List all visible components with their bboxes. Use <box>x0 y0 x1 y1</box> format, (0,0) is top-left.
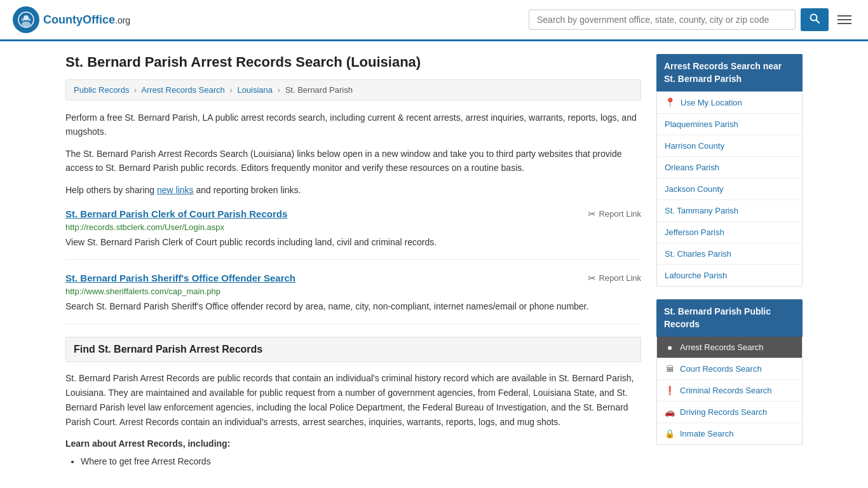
breadcrumb: Public Records › Arrest Records Search ›… <box>65 79 641 100</box>
nearby-link-3[interactable]: Jackson County <box>657 179 802 200</box>
pub-rec-item-3[interactable]: 🚗 Driving Records Search <box>657 402 802 423</box>
nearby-link-4[interactable]: St. Tammany Parish <box>657 200 802 222</box>
nearby-link-6[interactable]: St. Charles Parish <box>657 243 802 265</box>
description-3: Help others by sharing new links and rep… <box>65 183 641 197</box>
pub-rec-icon-2: ❗ <box>665 386 675 395</box>
description-2: The St. Bernard Parish Arrest Records Se… <box>65 147 641 175</box>
find-section-header: Find St. Bernard Parish Arrest Records <box>65 337 641 362</box>
record-2-desc: Search St. Bernard Parish Sheriff's Offi… <box>65 300 641 313</box>
breadcrumb-arrest-records[interactable]: Arrest Records Search <box>141 85 225 95</box>
report-label-2: Report Link <box>599 273 641 283</box>
description-1: Perform a free St. Bernard Parish, LA pu… <box>65 111 641 139</box>
menu-bar-3 <box>837 23 851 24</box>
desc3-pre: Help others by sharing <box>65 185 157 195</box>
breadcrumb-public-records[interactable]: Public Records <box>74 85 129 95</box>
nearby-link-2[interactable]: Orleans Parish <box>657 157 802 179</box>
pub-rec-icon-1: 🏛 <box>665 364 675 374</box>
learn-list-item-1: Where to get free Arrest Records <box>81 454 641 470</box>
learn-list: Where to get free Arrest Records <box>65 454 641 470</box>
use-location-link[interactable]: Use My Location <box>681 98 742 107</box>
pub-rec-icon-4: 🔒 <box>665 429 675 438</box>
record-2: St. Bernard Parish Sheriff's Office Offe… <box>65 273 641 324</box>
search-area <box>529 8 855 31</box>
report-link-2[interactable]: ✂ Report Link <box>588 273 641 284</box>
main-content: St. Bernard Parish Arrest Records Search… <box>65 54 641 470</box>
record-1-desc: View St. Bernard Parish Clerk of Court p… <box>65 236 641 249</box>
record-1-url: http://records.stbclerk.com/User/Login.a… <box>65 222 641 232</box>
bc-sep-1: › <box>134 85 137 95</box>
bc-sep-2: › <box>229 85 232 95</box>
record-2-title[interactable]: St. Bernard Parish Sheriff's Office Offe… <box>65 273 295 283</box>
menu-bar-2 <box>837 19 851 20</box>
new-links-link[interactable]: new links <box>157 185 194 195</box>
sidebar-nearby-links: 📍 Use My Location Plaquemines Parish Har… <box>656 92 803 287</box>
nearby-link-0[interactable]: Plaquemines Parish <box>657 114 802 135</box>
sidebar-public-records-header: St. Bernard Parish Public Records <box>656 299 803 337</box>
scissors-icon-2: ✂ <box>588 273 596 284</box>
learn-title: Learn about Arrest Records, including: <box>65 438 641 449</box>
logo-area[interactable]: CountyOffice.org <box>13 6 130 33</box>
record-1-title[interactable]: St. Bernard Parish Clerk of Court Parish… <box>65 208 287 219</box>
sidebar: Arrest Records Search near St. Bernard P… <box>656 54 803 470</box>
pub-rec-item-2[interactable]: ❗ Criminal Records Search <box>657 380 802 402</box>
sidebar-nearby-header: Arrest Records Search near St. Bernard P… <box>656 54 803 92</box>
nearby-link-1[interactable]: Harrison County <box>657 135 802 157</box>
scissors-icon-1: ✂ <box>588 208 596 220</box>
content-wrapper: St. Bernard Parish Arrest Records Search… <box>53 41 815 483</box>
pub-rec-item-4[interactable]: 🔒 Inmate Search <box>657 423 802 444</box>
svg-point-4 <box>28 18 31 22</box>
pub-rec-item-0[interactable]: ■ Arrest Records Search <box>657 337 802 358</box>
menu-bar-1 <box>837 15 851 17</box>
pub-rec-icon-3: 🚗 <box>665 407 675 417</box>
use-location-item[interactable]: 📍 Use My Location <box>657 92 802 114</box>
record-1: St. Bernard Parish Clerk of Court Parish… <box>65 208 641 260</box>
sidebar-nearby-section: Arrest Records Search near St. Bernard P… <box>656 54 803 287</box>
find-section-body: St. Bernard Parish Arrest Records are pu… <box>65 371 641 430</box>
sidebar-public-records-links: ■ Arrest Records Search 🏛 Court Records … <box>656 337 803 445</box>
search-button[interactable] <box>801 8 829 31</box>
logo-icon <box>13 6 39 33</box>
breadcrumb-current: St. Bernard Parish <box>285 85 353 95</box>
search-input[interactable] <box>529 10 796 30</box>
record-2-url: http://www.sheriffalerts.com/cap_main.ph… <box>65 287 641 296</box>
breadcrumb-louisiana[interactable]: Louisiana <box>237 85 273 95</box>
desc3-post: and reporting broken links. <box>194 185 301 195</box>
bc-sep-3: › <box>278 85 280 95</box>
header: CountyOffice.org <box>0 0 868 41</box>
logo-text: CountyOffice.org <box>43 13 130 27</box>
pub-rec-item-1[interactable]: 🏛 Court Records Search <box>657 358 802 380</box>
svg-point-3 <box>22 18 25 22</box>
pub-rec-icon-0: ■ <box>665 344 675 351</box>
report-label-1: Report Link <box>599 209 641 219</box>
location-pin-icon: 📍 <box>665 97 675 107</box>
report-link-1[interactable]: ✂ Report Link <box>588 208 641 220</box>
svg-point-2 <box>22 22 31 27</box>
menu-button[interactable] <box>834 11 855 28</box>
page-title: St. Bernard Parish Arrest Records Search… <box>65 54 641 71</box>
svg-line-6 <box>817 20 820 24</box>
sidebar-public-records-section: St. Bernard Parish Public Records ■ Arre… <box>656 299 803 445</box>
nearby-link-7[interactable]: Lafourche Parish <box>657 265 802 286</box>
nearby-link-5[interactable]: Jefferson Parish <box>657 222 802 243</box>
